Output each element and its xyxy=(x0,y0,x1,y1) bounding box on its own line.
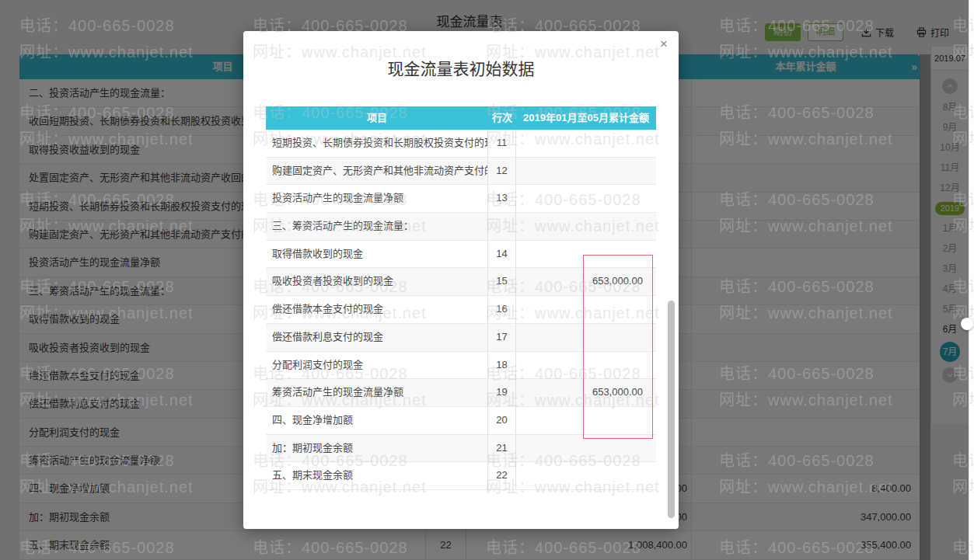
modal-row-line-no: 13 xyxy=(488,185,516,212)
modal-header-amount: 2019年01月至05月累计金额 xyxy=(516,106,656,130)
modal-row-line-no: 20 xyxy=(488,407,516,434)
initial-data-modal: × 现金流量表初始数据 项目 行次 2019年01月至05月累计金额 短期投资、… xyxy=(243,31,679,529)
modal-row-amount-cell[interactable] xyxy=(516,130,656,157)
modal-row-line-no: 21 xyxy=(488,435,516,462)
modal-row-line-no: 17 xyxy=(488,324,516,351)
modal-row-item: 吸收投资者投资收到的现金 xyxy=(266,268,488,295)
modal-table-row: 短期投资、长期债券投资和长期股权投资支付的现金 11 xyxy=(266,130,656,158)
modal-table-row: 吸收投资者投资收到的现金 15 653,000.00 xyxy=(266,268,656,296)
modal-row-amount-cell[interactable] xyxy=(516,324,656,351)
modal-row-item: 分配利润支付的现金 xyxy=(266,352,488,379)
modal-table-row: 购建固定资产、无形资产和其他非流动资产支付的现金 12 xyxy=(266,158,656,186)
modal-table-row: 投资活动产生的现金流量净额 13 xyxy=(266,185,656,213)
modal-table-body: 短期投资、长期债券投资和长期股权投资支付的现金 11 购建固定资产、无形资产和其… xyxy=(266,130,656,490)
modal-table-row: 取得借款收到的现金 14 xyxy=(266,241,656,269)
modal-table-header: 项目 行次 2019年01月至05月累计金额 xyxy=(266,106,656,130)
modal-row-amount-cell[interactable] xyxy=(516,241,656,268)
modal-row-amount-cell[interactable] xyxy=(516,462,656,489)
modal-row-line-no: 16 xyxy=(488,296,516,323)
modal-row-amount-cell[interactable] xyxy=(516,407,656,434)
modal-row-amount-cell[interactable]: 653,000.00 xyxy=(516,379,656,406)
modal-title: 现金流量表初始数据 xyxy=(243,31,679,79)
modal-row-line-no: 18 xyxy=(488,352,516,379)
modal-row-amount-cell[interactable] xyxy=(516,213,656,240)
close-icon[interactable]: × xyxy=(660,37,668,50)
app-window: 现金流量表 期初 明细 下载 打印 xyxy=(0,0,974,560)
modal-row-item: 购建固定资产、无形资产和其他非流动资产支付的现金 xyxy=(266,158,488,185)
modal-table-row: 五、期末现金余额 22 xyxy=(266,462,656,490)
modal-table-row: 三、筹资活动产生的现金流量： xyxy=(266,213,656,241)
modal-row-line-no: 11 xyxy=(488,130,516,157)
modal-scrollbar-thumb[interactable] xyxy=(668,301,675,518)
modal-row-line-no: 22 xyxy=(488,462,516,489)
modal-row-item: 四、现金净增加额 xyxy=(266,407,488,434)
modal-row-item: 五、期末现金余额 xyxy=(266,462,488,489)
window-scrollbar-thumb[interactable] xyxy=(961,318,973,330)
modal-row-line-no xyxy=(488,213,516,240)
modal-row-item: 取得借款收到的现金 xyxy=(266,241,488,268)
modal-table-row: 筹资活动产生的现金流量净额 19 653,000.00 xyxy=(266,379,656,407)
modal-row-line-no: 14 xyxy=(488,241,516,268)
modal-row-item: 投资活动产生的现金流量净额 xyxy=(266,185,488,212)
modal-header-item: 项目 xyxy=(266,106,488,130)
modal-row-line-no: 12 xyxy=(488,158,516,185)
modal-row-item: 三、筹资活动产生的现金流量： xyxy=(266,213,488,240)
modal-table-row: 分配利润支付的现金 18 xyxy=(266,352,656,380)
modal-row-line-no: 19 xyxy=(488,379,516,406)
modal-table-row: 偿还借款本金支付的现金 16 xyxy=(266,296,656,324)
modal-row-amount-cell[interactable] xyxy=(516,158,656,185)
modal-table: 项目 行次 2019年01月至05月累计金额 短期投资、长期债券投资和长期股权投… xyxy=(266,106,656,490)
modal-row-amount-cell[interactable] xyxy=(516,352,656,379)
modal-row-amount-cell[interactable]: 653,000.00 xyxy=(516,268,656,295)
window-scrollbar[interactable] xyxy=(969,0,974,560)
modal-table-row: 四、现金净增加额 20 xyxy=(266,407,656,435)
modal-row-item: 偿还借款利息支付的现金 xyxy=(266,324,488,351)
modal-row-amount-cell[interactable] xyxy=(516,185,656,212)
modal-row-item: 筹资活动产生的现金流量净额 xyxy=(266,379,488,406)
modal-row-amount-cell[interactable] xyxy=(516,296,656,323)
modal-row-line-no: 15 xyxy=(488,268,516,295)
modal-row-amount-cell[interactable] xyxy=(516,435,656,462)
modal-row-item: 偿还借款本金支付的现金 xyxy=(266,296,488,323)
modal-header-line: 行次 xyxy=(488,106,516,130)
modal-row-item: 短期投资、长期债券投资和长期股权投资支付的现金 xyxy=(266,130,488,157)
modal-table-row: 加：期初现金余额 21 xyxy=(266,435,656,463)
modal-row-item: 加：期初现金余额 xyxy=(266,435,488,462)
modal-table-row: 偿还借款利息支付的现金 17 xyxy=(266,324,656,352)
